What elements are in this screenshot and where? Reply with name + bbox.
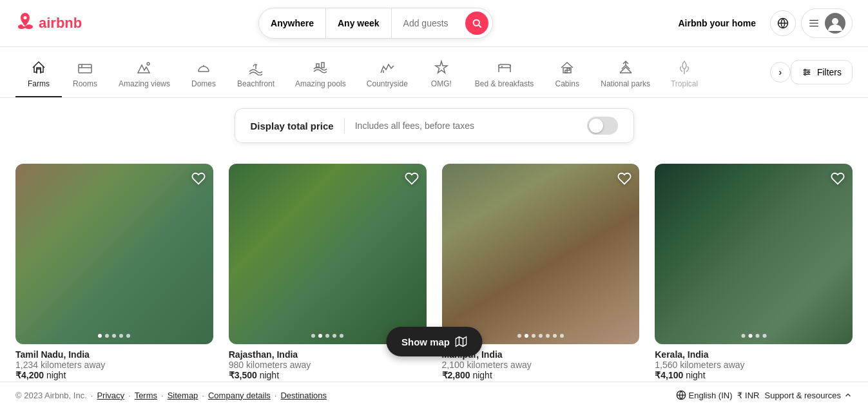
svg-point-24 (804, 73, 806, 75)
favorite-button[interactable] (405, 171, 419, 189)
footer-left: © 2023 Airbnb, Inc. · Privacy · Terms · … (15, 391, 327, 400)
listing-price: ₹3,500 night (229, 370, 427, 380)
footer-link-destinations[interactable]: Destinations (280, 391, 327, 400)
category-item-farms[interactable]: Farms (15, 55, 62, 97)
svg-point-23 (807, 72, 809, 73)
listing-image (442, 164, 640, 344)
category-nav: Farms Rooms Amazing views (0, 47, 868, 98)
price-toggle-banner: Display total price Includes all fees, b… (235, 108, 634, 143)
dot (553, 334, 557, 338)
dot (517, 334, 521, 338)
logo[interactable]: airbnb (15, 12, 82, 35)
category-scroll-right-button[interactable]: › (770, 62, 791, 83)
price-toggle-divider (344, 118, 345, 133)
airbnb-home-button[interactable]: Airbnb your home (669, 12, 765, 35)
header: airbnb Anywhere Any week Add guests Airb… (0, 0, 868, 47)
svg-rect-17 (567, 68, 570, 70)
any-week-label: Any week (338, 18, 380, 28)
footer-dot: · (161, 391, 164, 400)
category-item-countryside[interactable]: Countryside (356, 55, 418, 97)
listing-price: ₹2,800 night (442, 370, 640, 380)
category-item-bed-breakfasts[interactable]: Bed & breakfasts (465, 55, 544, 97)
dot (311, 334, 315, 338)
dot (762, 334, 766, 338)
category-item-tropical[interactable]: Tropical (661, 55, 708, 97)
category-item-cabins[interactable]: Cabins (544, 55, 590, 97)
listing-image (229, 164, 427, 344)
category-label-omg: OMG! (431, 79, 452, 88)
dot-indicators (741, 334, 766, 338)
dot-indicators (311, 334, 343, 338)
footer-link-privacy[interactable]: Privacy (97, 391, 124, 400)
search-anywhere[interactable]: Anywhere (259, 8, 326, 38)
favorite-button[interactable] (831, 171, 845, 189)
language-button[interactable] (770, 10, 796, 36)
svg-rect-9 (79, 64, 92, 73)
favorite-button[interactable] (191, 171, 206, 189)
svg-point-8 (832, 18, 838, 24)
category-item-domes[interactable]: Domes (180, 55, 227, 97)
dot (112, 334, 116, 338)
category-label-domes: Domes (191, 79, 216, 88)
search-add-guests[interactable]: Add guests (392, 8, 465, 38)
footer-dot: · (202, 391, 204, 400)
listing-card[interactable]: Kerala, India 1,560 kilometers away ₹4,1… (655, 164, 853, 380)
footer-dot: · (128, 391, 131, 400)
category-item-rooms[interactable]: Rooms (62, 55, 108, 97)
footer: © 2023 Airbnb, Inc. · Privacy · Terms · … (0, 382, 868, 408)
price-toggle-title: Display total price (251, 121, 334, 131)
category-label-amazing-views: Amazing views (119, 79, 170, 88)
svg-marker-25 (456, 337, 467, 347)
dot (333, 334, 336, 338)
dot (539, 334, 543, 338)
price-toggle-switch[interactable] (587, 117, 618, 135)
category-label-beachfront: Beachfront (237, 79, 275, 88)
dot (105, 334, 109, 338)
dot (741, 334, 745, 338)
nav-right: Airbnb your home (669, 8, 853, 38)
toggle-knob (589, 119, 603, 133)
search-bar[interactable]: Anywhere Any week Add guests (258, 8, 493, 39)
footer-currency[interactable]: ₹ INR (737, 391, 759, 400)
price-toggle-left: Display total price Includes all fees, b… (251, 118, 474, 133)
search-any-week[interactable]: Any week (326, 8, 392, 38)
listing-info: Tamil Nadu, India 1,234 kilometers away … (15, 344, 213, 380)
category-label-bed-breakfasts: Bed & breakfasts (475, 79, 534, 88)
user-menu-button[interactable] (801, 8, 853, 38)
category-item-amazing-pools[interactable]: Amazing pools (285, 55, 356, 97)
category-label-tropical: Tropical (671, 79, 698, 88)
listing-price: ₹4,100 night (655, 370, 853, 380)
listing-image (655, 164, 853, 344)
listing-distance: 1,234 kilometers away (15, 360, 213, 370)
listing-info: Kerala, India 1,560 kilometers away ₹4,1… (655, 344, 853, 380)
category-item-amazing-views[interactable]: Amazing views (108, 55, 180, 97)
listing-distance: 2,100 kilometers away (442, 360, 640, 370)
search-button[interactable] (465, 12, 488, 35)
footer-link-company[interactable]: Company details (208, 391, 271, 400)
category-label-national-parks: National parks (601, 79, 650, 88)
category-label-rooms: Rooms (73, 79, 97, 88)
show-map-button[interactable]: Show map (386, 327, 482, 356)
category-item-national-parks[interactable]: National parks (590, 55, 661, 97)
dot (318, 334, 322, 338)
listing-card[interactable]: Tamil Nadu, India 1,234 kilometers away … (15, 164, 213, 380)
listing-location: Kerala, India (655, 349, 853, 360)
footer-copyright: © 2023 Airbnb, Inc. (15, 391, 87, 400)
category-label-cabins: Cabins (555, 79, 579, 88)
show-map-label: Show map (401, 336, 450, 347)
dot (748, 334, 752, 338)
category-item-beachfront[interactable]: Beachfront (227, 55, 285, 97)
footer-link-terms[interactable]: Terms (135, 391, 157, 400)
footer-language[interactable]: English (IN) (676, 390, 733, 400)
logo-text: airbnb (39, 15, 82, 32)
footer-dot: · (91, 391, 93, 400)
dot (546, 334, 550, 338)
footer-support-button[interactable]: Support & resources (764, 391, 853, 400)
dot (126, 334, 130, 338)
footer-link-sitemap[interactable]: Sitemap (168, 391, 198, 400)
favorite-button[interactable] (617, 171, 632, 189)
svg-line-1 (479, 25, 481, 28)
category-item-omg[interactable]: OMG! (418, 55, 465, 97)
category-label-countryside: Countryside (367, 79, 408, 88)
filters-button[interactable]: Filters (791, 60, 853, 84)
